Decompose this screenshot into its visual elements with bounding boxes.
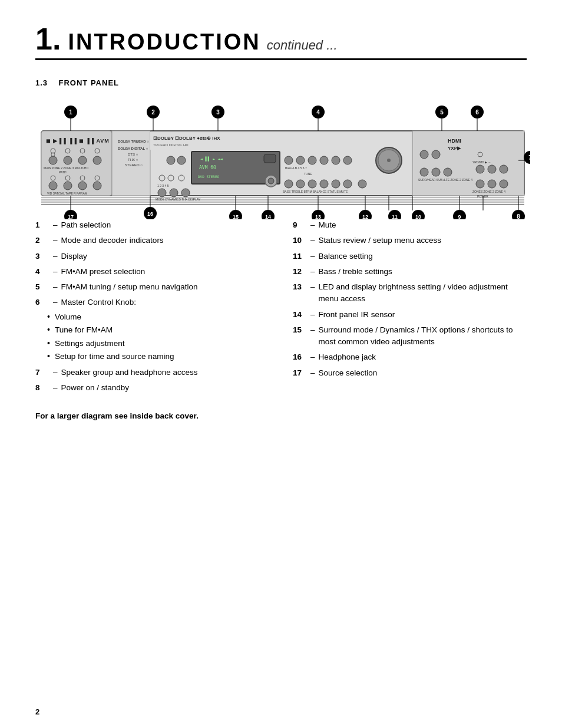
svg-point-19 bbox=[78, 182, 87, 190]
svg-rect-86 bbox=[264, 154, 276, 163]
section-heading: 1.3 FRONT PANEL bbox=[35, 78, 119, 87]
list-item: 14–Front panel IR sensor bbox=[293, 309, 527, 321]
list-item: 11–Balance setting bbox=[293, 251, 527, 262]
list-item: 17–Source selection bbox=[293, 367, 527, 379]
svg-text:12: 12 bbox=[362, 214, 368, 219]
svg-text:DTS ○: DTS ○ bbox=[128, 153, 138, 156]
page-header: 1. INTRODUCTION continued ... bbox=[35, 24, 527, 60]
list-item: 4–FM•AM preset selection bbox=[35, 266, 269, 278]
svg-point-76 bbox=[476, 165, 484, 173]
item-number: 7 bbox=[35, 367, 49, 378]
svg-text:ZONES ZONE 2 ZONE 4: ZONES ZONE 2 ZONE 4 bbox=[472, 190, 505, 193]
svg-text:14: 14 bbox=[265, 214, 271, 219]
svg-text:11: 11 bbox=[392, 214, 398, 219]
svg-text:2: 2 bbox=[151, 109, 155, 116]
svg-point-37 bbox=[177, 156, 186, 164]
sub-list-item: Setup for time and source naming bbox=[47, 350, 174, 363]
svg-text:DOLBY DIGITAL ○: DOLBY DIGITAL ○ bbox=[118, 147, 148, 150]
svg-point-9 bbox=[78, 156, 87, 164]
content-area: 1–Path selection2–Mode and decoder indic… bbox=[35, 219, 527, 394]
list-item: 15–Surround mode / Dynamics / THX option… bbox=[293, 324, 527, 348]
svg-text:HDMI: HDMI bbox=[448, 138, 461, 144]
svg-point-77 bbox=[488, 165, 496, 173]
list-item: 12–Bass / treble settings bbox=[293, 266, 527, 278]
item-number: 16 bbox=[293, 351, 307, 363]
svg-text:17: 17 bbox=[68, 214, 74, 219]
item-number: 17 bbox=[293, 367, 307, 379]
item-number: 4 bbox=[35, 266, 49, 278]
svg-point-7 bbox=[49, 156, 57, 164]
svg-point-81 bbox=[500, 180, 508, 188]
header-title: INTRODUCTION bbox=[68, 29, 260, 55]
svg-text:THX ○: THX ○ bbox=[128, 158, 138, 162]
svg-point-85 bbox=[268, 178, 274, 184]
svg-point-47 bbox=[296, 156, 305, 164]
item-number: 5 bbox=[35, 281, 49, 293]
item-number: 8 bbox=[35, 382, 49, 394]
list-item: 9–Mute bbox=[293, 219, 527, 231]
svg-text:◄ ▌▌ ► ◄◄: ◄ ▌▌ ► ◄◄ bbox=[200, 156, 223, 162]
sub-list-item: Volume bbox=[47, 310, 174, 324]
svg-text:VID    SAT/SAL  TAPE R   FAV/A: VID SAT/SAL TAPE R FAV/AM bbox=[47, 192, 87, 195]
svg-text:3: 3 bbox=[216, 109, 220, 116]
svg-text:4: 4 bbox=[316, 109, 320, 116]
item-number: 9 bbox=[293, 219, 307, 231]
svg-text:1: 1 bbox=[69, 109, 72, 116]
svg-text:15: 15 bbox=[233, 214, 239, 219]
svg-point-17 bbox=[49, 182, 57, 190]
svg-point-64 bbox=[387, 159, 391, 162]
svg-point-80 bbox=[488, 180, 496, 188]
svg-text:MAIN    ZONE 2   ZONE 3  MULTI: MAIN ZONE 2 ZONE 3 MULTI/HD bbox=[44, 166, 88, 170]
svg-rect-29 bbox=[150, 132, 256, 150]
item-number: 13 bbox=[293, 281, 307, 293]
svg-text:SURR/HEAR  SUB+LFE  ZONE 2  ZO: SURR/HEAR SUB+LFE ZONE 2 ZONE 4 bbox=[418, 178, 472, 182]
svg-text:AVM 60: AVM 60 bbox=[199, 165, 216, 170]
svg-text:7: 7 bbox=[528, 154, 530, 161]
svg-point-55 bbox=[296, 180, 305, 188]
svg-point-48 bbox=[308, 156, 316, 164]
svg-point-69 bbox=[432, 150, 440, 159]
svg-point-10 bbox=[93, 156, 101, 164]
svg-point-20 bbox=[93, 182, 101, 190]
list-item: 5–FM•AM tuning / setup menu navigation bbox=[35, 281, 269, 293]
list-item: 1–Path selection bbox=[35, 219, 269, 231]
svg-text:5: 5 bbox=[440, 109, 444, 116]
header-number: 1. bbox=[35, 24, 61, 54]
svg-text:DVD STEREO: DVD STEREO bbox=[198, 174, 220, 179]
svg-point-18 bbox=[64, 182, 72, 190]
right-column: 9–Mute10–Status review / setup menu acce… bbox=[293, 219, 527, 394]
svg-point-57 bbox=[320, 180, 328, 188]
sub-list-item: Tune for FM•AM bbox=[47, 323, 174, 337]
svg-text:6: 6 bbox=[475, 109, 479, 116]
header-subtitle: continued ... bbox=[267, 38, 338, 53]
front-panel-diagram: ◼ ▶ ▌▌ ▌▌◼ ▐▐ AVM MAIN ZONE 2 ZONE 3 MUL… bbox=[35, 101, 530, 219]
sub-list-item: Settings adjustment bbox=[47, 337, 174, 350]
svg-point-79 bbox=[476, 180, 484, 188]
item-number: 3 bbox=[35, 251, 49, 262]
svg-point-46 bbox=[285, 156, 293, 164]
list-item: 2–Mode and decoder indicators bbox=[35, 235, 269, 246]
svg-point-78 bbox=[500, 165, 508, 173]
footer-note: For a larger diagram see inside back cov… bbox=[35, 411, 527, 420]
svg-point-49 bbox=[320, 156, 328, 164]
svg-text:PATH: PATH bbox=[59, 170, 67, 174]
item-number: 15 bbox=[293, 324, 307, 336]
svg-point-42 bbox=[158, 189, 166, 197]
svg-text:10: 10 bbox=[415, 214, 421, 219]
item-number: 10 bbox=[293, 235, 307, 246]
left-column: 1–Path selection2–Mode and decoder indic… bbox=[35, 219, 269, 394]
svg-text:STEREO ○: STEREO ○ bbox=[125, 163, 143, 167]
list-item: 3–Display bbox=[35, 251, 269, 262]
svg-text:YRD/MD ▶ ←: YRD/MD ▶ ← bbox=[472, 160, 491, 164]
list-item: 8–Power on / standby bbox=[35, 382, 269, 394]
svg-point-8 bbox=[64, 156, 72, 164]
item-number: 2 bbox=[35, 235, 49, 246]
svg-point-36 bbox=[167, 156, 175, 164]
svg-text:⊡DOLBY ⊡DOLBY ●dts⊕ IHX: ⊡DOLBY ⊡DOLBY ●dts⊕ IHX bbox=[153, 136, 220, 141]
svg-text:TUNE: TUNE bbox=[304, 172, 312, 176]
svg-point-59 bbox=[343, 180, 352, 188]
item-number: 14 bbox=[293, 309, 307, 321]
svg-point-73 bbox=[432, 168, 440, 176]
svg-point-60 bbox=[358, 180, 366, 188]
list-item: 10–Status review / setup menu access bbox=[293, 235, 527, 246]
